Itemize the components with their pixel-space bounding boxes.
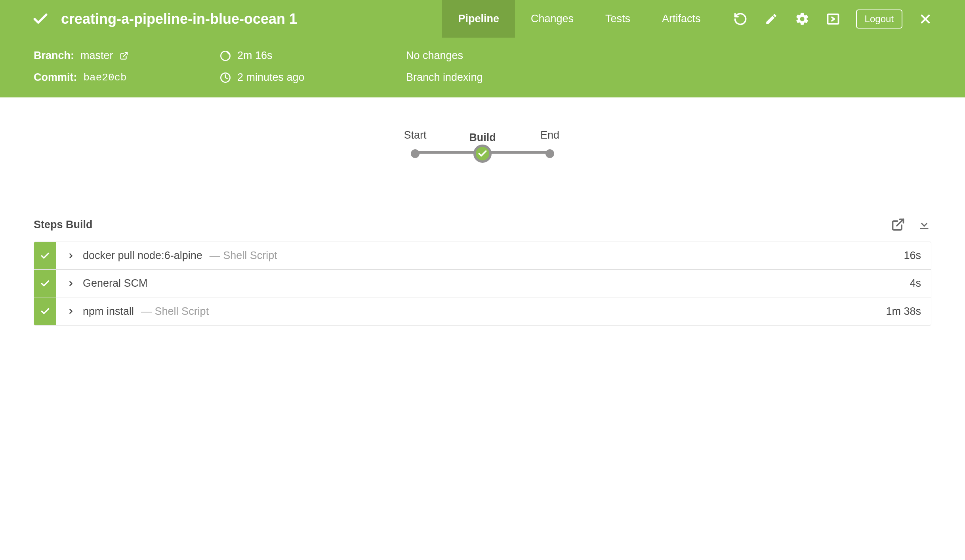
started-value: 2 minutes ago — [237, 71, 305, 84]
step-row[interactable]: General SCM 4s — [34, 270, 931, 297]
steps-list: docker pull node:6-alpine Shell Script 1… — [34, 242, 931, 326]
stage-success-icon — [473, 145, 492, 163]
chevron-right-icon — [67, 252, 75, 260]
external-link-icon[interactable] — [120, 51, 128, 60]
tabs: Pipeline Changes Tests Artifacts — [442, 0, 716, 38]
branch-label: Branch: — [34, 50, 74, 62]
page-title: creating-a-pipeline-in-blue-ocean 1 — [61, 11, 297, 27]
svg-line-6 — [897, 219, 904, 226]
stage-start[interactable]: Start — [381, 129, 449, 158]
stage-label: Start — [404, 129, 426, 141]
steps-section: Steps Build docker pull node:6-alpine Sh… — [0, 217, 965, 326]
stage-end[interactable]: End — [516, 129, 584, 158]
go-to-classic-icon[interactable] — [825, 11, 841, 27]
step-duration: 16s — [904, 250, 921, 262]
step-duration: 1m 38s — [886, 305, 921, 318]
meta-col-changes: No changes Branch indexing — [406, 50, 483, 84]
step-name: npm install — [83, 305, 134, 318]
step-status-success-icon — [34, 242, 56, 269]
cause-value: Branch indexing — [406, 71, 483, 84]
pipeline-graph-area: Start Build End — [0, 97, 965, 217]
header-actions: Logout — [732, 10, 933, 29]
step-name: General SCM — [83, 277, 148, 290]
tab-pipeline[interactable]: Pipeline — [442, 0, 515, 38]
step-name: docker pull node:6-alpine — [83, 250, 202, 262]
stage-dot-icon — [545, 149, 554, 158]
branch-value[interactable]: master — [80, 50, 113, 62]
open-log-icon[interactable] — [891, 217, 905, 232]
header-meta-row: Branch: master Commit: bae20cb 2m 16s — [0, 38, 965, 97]
duration-value: 2m 16s — [237, 50, 273, 62]
edit-icon[interactable] — [763, 11, 779, 27]
settings-icon[interactable] — [794, 11, 810, 27]
logout-button[interactable]: Logout — [856, 10, 902, 29]
tab-changes[interactable]: Changes — [515, 0, 589, 38]
step-status-success-icon — [34, 297, 56, 325]
tab-tests[interactable]: Tests — [589, 0, 646, 38]
download-log-icon[interactable] — [917, 217, 931, 232]
step-duration: 4s — [910, 277, 921, 290]
step-type: Shell Script — [210, 250, 277, 262]
tab-artifacts[interactable]: Artifacts — [646, 0, 717, 38]
stage-label: Build — [469, 131, 496, 144]
chevron-right-icon — [67, 280, 75, 288]
duration-icon — [220, 50, 231, 61]
steps-header: Steps Build — [34, 217, 931, 232]
svg-line-3 — [123, 52, 127, 56]
meta-col-timing: 2m 16s 2 minutes ago — [220, 50, 406, 84]
stage-dot-icon — [411, 149, 420, 158]
clock-icon — [220, 72, 231, 83]
commit-label: Commit: — [34, 71, 77, 84]
changes-value: No changes — [406, 50, 463, 62]
header-top-row: creating-a-pipeline-in-blue-ocean 1 Pipe… — [0, 0, 965, 38]
step-status-success-icon — [34, 270, 56, 297]
pipeline-graph: Start Build End — [381, 129, 584, 158]
step-row[interactable]: npm install Shell Script 1m 38s — [34, 297, 931, 325]
meta-col-branch: Branch: master Commit: bae20cb — [34, 50, 220, 84]
status-success-icon — [32, 10, 49, 28]
step-type: Shell Script — [141, 305, 209, 318]
rerun-icon[interactable] — [732, 11, 748, 27]
step-row[interactable]: docker pull node:6-alpine Shell Script 1… — [34, 242, 931, 270]
steps-title: Steps Build — [34, 219, 93, 231]
commit-value: bae20cb — [84, 72, 127, 84]
close-icon[interactable] — [917, 11, 933, 27]
chevron-right-icon — [67, 307, 75, 315]
stage-label: End — [540, 129, 559, 141]
header: creating-a-pipeline-in-blue-ocean 1 Pipe… — [0, 0, 965, 97]
